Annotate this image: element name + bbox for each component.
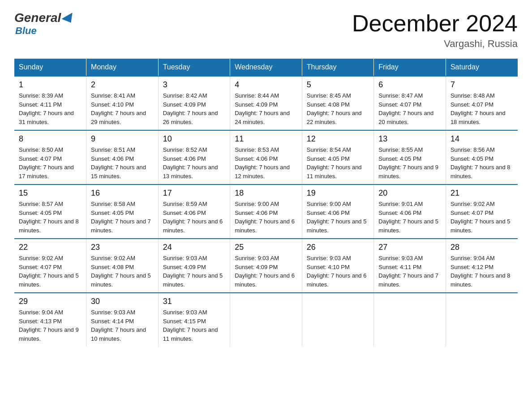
table-row: 14Sunrise: 8:56 AMSunset: 4:05 PMDayligh… xyxy=(446,130,518,184)
day-info: Sunrise: 8:59 AMSunset: 4:06 PMDaylight:… xyxy=(163,200,226,235)
table-row: 1Sunrise: 8:39 AMSunset: 4:11 PMDaylight… xyxy=(14,76,86,130)
table-row: 5Sunrise: 8:45 AMSunset: 4:08 PMDaylight… xyxy=(302,76,374,130)
day-number: 22 xyxy=(19,243,82,252)
day-number: 20 xyxy=(378,188,441,198)
table-row: 15Sunrise: 8:57 AMSunset: 4:05 PMDayligh… xyxy=(14,184,86,239)
day-info: Sunrise: 9:00 AMSunset: 4:06 PMDaylight:… xyxy=(307,200,369,235)
table-row: 19Sunrise: 9:00 AMSunset: 4:06 PMDayligh… xyxy=(302,184,374,239)
table-row: 6Sunrise: 8:47 AMSunset: 4:07 PMDaylight… xyxy=(374,76,446,130)
day-number: 10 xyxy=(163,134,226,144)
logo-arrow-icon xyxy=(62,13,77,26)
location-title: Vargashi, Russia xyxy=(352,38,518,50)
day-info: Sunrise: 8:52 AMSunset: 4:06 PMDaylight:… xyxy=(163,146,226,180)
day-info: Sunrise: 9:03 AMSunset: 4:10 PMDaylight:… xyxy=(307,254,369,289)
logo-blue-text: Blue xyxy=(15,25,37,37)
day-number: 12 xyxy=(307,134,369,144)
day-info: Sunrise: 8:55 AMSunset: 4:05 PMDaylight:… xyxy=(378,146,441,180)
day-info: Sunrise: 8:50 AMSunset: 4:07 PMDaylight:… xyxy=(19,146,82,180)
table-row: 4Sunrise: 8:44 AMSunset: 4:09 PMDaylight… xyxy=(230,76,302,130)
day-info: Sunrise: 9:04 AMSunset: 4:12 PMDaylight:… xyxy=(450,254,513,289)
day-number: 28 xyxy=(450,243,513,252)
table-row: 21Sunrise: 9:02 AMSunset: 4:07 PMDayligh… xyxy=(446,184,518,239)
table-row: 10Sunrise: 8:52 AMSunset: 4:06 PMDayligh… xyxy=(158,130,230,184)
day-info: Sunrise: 9:03 AMSunset: 4:09 PMDaylight:… xyxy=(163,254,226,289)
table-row: 13Sunrise: 8:55 AMSunset: 4:05 PMDayligh… xyxy=(374,130,446,184)
table-row: 7Sunrise: 8:48 AMSunset: 4:07 PMDaylight… xyxy=(446,76,518,130)
day-info: Sunrise: 8:42 AMSunset: 4:09 PMDaylight:… xyxy=(163,91,226,126)
day-number: 4 xyxy=(235,80,297,90)
table-row: 22Sunrise: 9:02 AMSunset: 4:07 PMDayligh… xyxy=(14,239,86,293)
table-row: 9Sunrise: 8:51 AMSunset: 4:06 PMDaylight… xyxy=(86,130,159,184)
header-saturday: Saturday xyxy=(446,59,518,76)
table-row: 23Sunrise: 9:02 AMSunset: 4:08 PMDayligh… xyxy=(86,239,159,293)
day-number: 14 xyxy=(450,134,513,144)
day-info: Sunrise: 8:47 AMSunset: 4:07 PMDaylight:… xyxy=(378,91,441,126)
table-row: 30Sunrise: 9:03 AMSunset: 4:14 PMDayligh… xyxy=(86,293,159,347)
calendar-week-row: 29Sunrise: 9:04 AMSunset: 4:13 PMDayligh… xyxy=(14,293,518,347)
day-number: 11 xyxy=(235,134,297,144)
day-number: 21 xyxy=(450,188,513,198)
day-number: 29 xyxy=(19,297,82,306)
day-info: Sunrise: 8:45 AMSunset: 4:08 PMDaylight:… xyxy=(307,91,369,126)
day-number: 3 xyxy=(163,80,226,90)
day-number: 16 xyxy=(91,188,154,198)
calendar-week-row: 1Sunrise: 8:39 AMSunset: 4:11 PMDaylight… xyxy=(14,76,518,130)
day-info: Sunrise: 9:00 AMSunset: 4:06 PMDaylight:… xyxy=(235,200,297,235)
day-number: 15 xyxy=(19,188,82,198)
table-row xyxy=(374,293,446,347)
day-info: Sunrise: 8:58 AMSunset: 4:05 PMDaylight:… xyxy=(91,200,154,235)
header-thursday: Thursday xyxy=(302,59,374,76)
logo-general-text: General xyxy=(14,11,61,25)
calendar-week-row: 8Sunrise: 8:50 AMSunset: 4:07 PMDaylight… xyxy=(14,130,518,184)
table-row: 3Sunrise: 8:42 AMSunset: 4:09 PMDaylight… xyxy=(158,76,230,130)
day-number: 5 xyxy=(307,80,369,90)
day-info: Sunrise: 8:56 AMSunset: 4:05 PMDaylight:… xyxy=(450,146,513,180)
day-info: Sunrise: 8:53 AMSunset: 4:06 PMDaylight:… xyxy=(235,146,297,180)
table-row: 12Sunrise: 8:54 AMSunset: 4:05 PMDayligh… xyxy=(302,130,374,184)
table-row: 8Sunrise: 8:50 AMSunset: 4:07 PMDaylight… xyxy=(14,130,86,184)
day-info: Sunrise: 9:02 AMSunset: 4:07 PMDaylight:… xyxy=(19,254,82,289)
day-number: 23 xyxy=(91,243,154,252)
day-info: Sunrise: 8:48 AMSunset: 4:07 PMDaylight:… xyxy=(450,91,513,126)
day-number: 17 xyxy=(163,188,226,198)
table-row: 24Sunrise: 9:03 AMSunset: 4:09 PMDayligh… xyxy=(158,239,230,293)
day-info: Sunrise: 8:41 AMSunset: 4:10 PMDaylight:… xyxy=(91,91,154,126)
day-number: 7 xyxy=(450,80,513,90)
day-info: Sunrise: 9:04 AMSunset: 4:13 PMDaylight:… xyxy=(19,308,82,343)
calendar-header-row: Sunday Monday Tuesday Wednesday Thursday… xyxy=(14,59,518,76)
day-number: 30 xyxy=(91,297,154,306)
day-number: 31 xyxy=(163,297,226,306)
day-number: 8 xyxy=(19,134,82,144)
table-row: 28Sunrise: 9:04 AMSunset: 4:12 PMDayligh… xyxy=(446,239,518,293)
table-row: 18Sunrise: 9:00 AMSunset: 4:06 PMDayligh… xyxy=(230,184,302,239)
day-number: 6 xyxy=(378,80,441,90)
logo: General Blue xyxy=(14,11,75,37)
table-row: 16Sunrise: 8:58 AMSunset: 4:05 PMDayligh… xyxy=(86,184,159,239)
header-tuesday: Tuesday xyxy=(158,59,230,76)
day-info: Sunrise: 8:39 AMSunset: 4:11 PMDaylight:… xyxy=(19,91,82,126)
day-info: Sunrise: 8:44 AMSunset: 4:09 PMDaylight:… xyxy=(235,91,297,126)
day-info: Sunrise: 8:51 AMSunset: 4:06 PMDaylight:… xyxy=(91,146,154,180)
table-row: 20Sunrise: 9:01 AMSunset: 4:06 PMDayligh… xyxy=(374,184,446,239)
calendar-table: Sunday Monday Tuesday Wednesday Thursday… xyxy=(14,59,518,347)
day-info: Sunrise: 9:03 AMSunset: 4:15 PMDaylight:… xyxy=(163,308,226,343)
day-number: 19 xyxy=(307,188,369,198)
table-row: 2Sunrise: 8:41 AMSunset: 4:10 PMDaylight… xyxy=(86,76,159,130)
day-info: Sunrise: 8:54 AMSunset: 4:05 PMDaylight:… xyxy=(307,146,369,180)
calendar-week-row: 22Sunrise: 9:02 AMSunset: 4:07 PMDayligh… xyxy=(14,239,518,293)
day-info: Sunrise: 9:03 AMSunset: 4:11 PMDaylight:… xyxy=(378,254,441,289)
table-row xyxy=(230,293,302,347)
day-info: Sunrise: 9:01 AMSunset: 4:06 PMDaylight:… xyxy=(378,200,441,235)
day-number: 26 xyxy=(307,243,369,252)
header-friday: Friday xyxy=(374,59,446,76)
header-wednesday: Wednesday xyxy=(230,59,302,76)
day-number: 24 xyxy=(163,243,226,252)
table-row: 11Sunrise: 8:53 AMSunset: 4:06 PMDayligh… xyxy=(230,130,302,184)
calendar-week-row: 15Sunrise: 8:57 AMSunset: 4:05 PMDayligh… xyxy=(14,184,518,239)
day-number: 1 xyxy=(19,80,82,90)
day-number: 27 xyxy=(378,243,441,252)
day-number: 2 xyxy=(91,80,154,90)
table-row: 27Sunrise: 9:03 AMSunset: 4:11 PMDayligh… xyxy=(374,239,446,293)
day-number: 9 xyxy=(91,134,154,144)
month-title: December 2024 xyxy=(352,11,518,36)
